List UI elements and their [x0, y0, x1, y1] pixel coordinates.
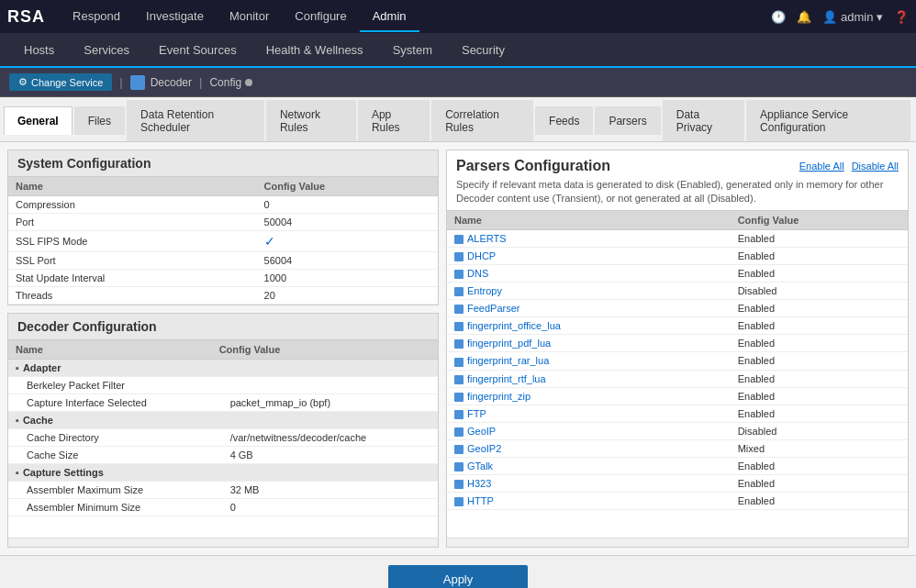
parser-name-link[interactable]: HTTP: [467, 495, 494, 506]
config-name: SSL Port: [8, 252, 257, 270]
tab-correlation-rules[interactable]: Correlation Rules: [431, 100, 533, 141]
parser-name-link[interactable]: Entropy: [467, 285, 502, 296]
parser-value: Enabled: [731, 229, 908, 247]
tab-feeds[interactable]: Feeds: [535, 106, 593, 135]
nav-event-sources[interactable]: Event Sources: [146, 36, 250, 64]
breadcrumb-sep2: |: [199, 75, 202, 89]
nav-system[interactable]: System: [380, 36, 445, 64]
parser-name-link[interactable]: GeoIP2: [467, 443, 501, 454]
tab-network-rules[interactable]: Network Rules: [266, 100, 356, 141]
system-config-section: System Configuration Name Config Value C…: [7, 150, 439, 305]
config-value: 0: [257, 196, 438, 214]
parser-name-link[interactable]: GTalk: [467, 460, 493, 472]
decoder-icon: [130, 75, 145, 90]
parser-name[interactable]: ALERTS: [447, 229, 731, 247]
parser-name-link[interactable]: fingerprint_rar_lua: [467, 355, 549, 366]
parser-icon: [454, 462, 464, 472]
parsers-table-wrap[interactable]: Name Config Value ALERTSEnabledDHCPEnabl…: [447, 211, 908, 538]
parser-icon: [454, 375, 464, 384]
parser-name[interactable]: GeoIP2: [447, 439, 731, 457]
list-item: EntropyDisabled: [447, 283, 908, 300]
parser-value: Enabled: [731, 370, 908, 387]
decoder-horiz-scrollbar[interactable]: [8, 538, 438, 547]
parser-name-link[interactable]: fingerprint_office_lua: [467, 320, 561, 331]
parser-name[interactable]: FTP: [447, 405, 731, 422]
expand-icon[interactable]: ▪: [16, 362, 19, 373]
parser-name[interactable]: fingerprint_zip: [447, 387, 731, 405]
parser-name-link[interactable]: GeoIP: [467, 426, 496, 437]
list-item: FTPEnabled: [447, 405, 908, 422]
nav-configure[interactable]: Configure: [282, 2, 359, 32]
tab-data-privacy[interactable]: Data Privacy: [663, 100, 744, 141]
nav-services[interactable]: Services: [71, 36, 142, 64]
parser-name[interactable]: GTalk: [447, 458, 731, 475]
parser-name[interactable]: GeoIP: [447, 422, 731, 439]
parser-name[interactable]: fingerprint_pdf_lua: [447, 335, 731, 352]
parser-name[interactable]: Entropy: [447, 283, 731, 300]
tab-data-retention[interactable]: Data Retention Scheduler: [127, 100, 264, 141]
nav-investigate[interactable]: Investigate: [133, 2, 217, 32]
parsers-horiz-scrollbar[interactable]: [447, 538, 908, 547]
bell-icon[interactable]: 🔔: [797, 10, 811, 24]
parser-name-link[interactable]: FTP: [467, 408, 486, 419]
parser-icon: [454, 287, 464, 296]
clock-icon[interactable]: 🕐: [771, 10, 786, 24]
parser-name-link[interactable]: H323: [467, 478, 491, 489]
parser-name-link[interactable]: fingerprint_pdf_lua: [467, 338, 551, 349]
enable-all-link[interactable]: Enable All: [799, 161, 844, 172]
parser-name[interactable]: fingerprint_office_lua: [447, 317, 731, 335]
parser-name-link[interactable]: DNS: [467, 268, 488, 279]
expand-icon[interactable]: ▪: [16, 467, 19, 478]
left-panel: System Configuration Name Config Value C…: [7, 150, 439, 548]
parser-icon: [454, 497, 464, 506]
parser-name[interactable]: H323: [447, 475, 731, 493]
nav-monitor[interactable]: Monitor: [217, 2, 282, 32]
nav-security[interactable]: Security: [449, 36, 518, 64]
config-name: Cache Size: [8, 447, 212, 464]
parser-value: Enabled: [731, 300, 908, 317]
tab-parsers[interactable]: Parsers: [595, 106, 660, 135]
nav-hosts[interactable]: Hosts: [11, 36, 67, 64]
config-name: Assembler Maximum Size: [8, 482, 212, 499]
help-icon[interactable]: ❓: [894, 10, 909, 24]
parser-name-link[interactable]: ALERTS: [467, 233, 507, 244]
disable-all-link[interactable]: Disable All: [852, 161, 899, 172]
parser-name[interactable]: fingerprint_rar_lua: [447, 352, 731, 370]
parser-value: Enabled: [731, 405, 908, 422]
nav-admin[interactable]: Admin: [360, 2, 419, 32]
parser-name[interactable]: fingerprint_rtf_lua: [447, 370, 731, 387]
parser-icon: [454, 480, 464, 489]
breadcrumb-bar: ⚙ Change Service | Decoder | Config: [0, 68, 916, 97]
user-icon[interactable]: 👤 admin ▾: [822, 10, 883, 24]
parser-name[interactable]: HTTP: [447, 493, 731, 510]
change-service-button[interactable]: ⚙ Change Service: [9, 73, 112, 91]
tab-app-rules[interactable]: App Rules: [358, 100, 430, 141]
apply-button[interactable]: Apply: [388, 565, 529, 588]
decoder-config-scroll[interactable]: Name Config Value ▪AdapterBerkeley Packe…: [8, 340, 438, 538]
list-item: fingerprint_rtf_luaEnabled: [447, 370, 908, 387]
config-dot: [245, 79, 252, 86]
list-item: GTalkEnabled: [447, 458, 908, 475]
parser-name[interactable]: FeedParser: [447, 300, 731, 317]
tab-general[interactable]: General: [4, 106, 73, 135]
parser-value: Enabled: [731, 317, 908, 335]
expand-icon[interactable]: ▪: [16, 415, 19, 426]
nav-respond[interactable]: Respond: [60, 2, 133, 32]
breadcrumb-config: Config: [209, 76, 252, 89]
tab-files[interactable]: Files: [74, 106, 125, 135]
table-row: SSL FIPS Mode✓: [8, 231, 438, 252]
list-item: fingerprint_pdf_luaEnabled: [447, 335, 908, 352]
list-item: ALERTSEnabled: [447, 229, 908, 247]
parser-name-link[interactable]: FeedParser: [467, 303, 519, 314]
parser-name-link[interactable]: DHCP: [467, 250, 496, 261]
list-item: fingerprint_office_luaEnabled: [447, 317, 908, 335]
top-nav-right: 🕐 🔔 👤 admin ▾ ❓: [771, 10, 909, 24]
config-value: ✓: [257, 231, 438, 252]
parser-name[interactable]: DNS: [447, 264, 731, 282]
parsers-title: Parsers Configuration: [456, 158, 610, 174]
parser-name[interactable]: DHCP: [447, 247, 731, 264]
nav-health-wellness[interactable]: Health & Wellness: [253, 36, 376, 64]
parser-name-link[interactable]: fingerprint_rtf_lua: [467, 373, 546, 384]
tab-appliance-service-config[interactable]: Appliance Service Configuration: [746, 100, 910, 141]
parser-name-link[interactable]: fingerprint_zip: [467, 391, 531, 402]
